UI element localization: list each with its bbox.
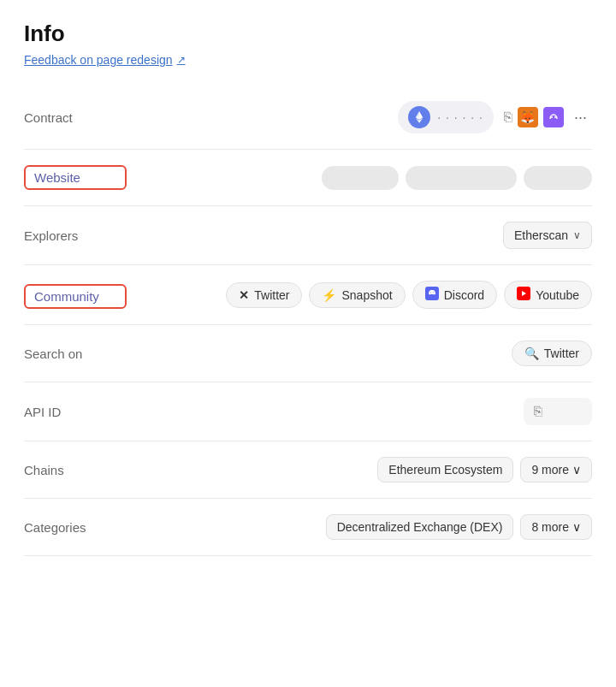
youtube-label: Youtube <box>536 288 579 302</box>
api-id-box: ⎘ <box>524 398 592 425</box>
snapshot-icon: ⚡ <box>322 288 336 302</box>
website-row: Website <box>24 150 592 206</box>
community-label: Community <box>24 284 127 309</box>
feedback-link[interactable]: Feedback on page redesign ↗ <box>24 53 186 67</box>
categories-label: Categories <box>24 520 127 535</box>
rabby-icon[interactable] <box>543 107 564 127</box>
chevron-down-icon: ∨ <box>573 229 581 241</box>
search-on-content: 🔍 Twitter <box>137 341 592 366</box>
search-on-label: Search on <box>24 346 127 361</box>
chains-row: Chains Ethereum Ecosystem 9 more ∨ <box>24 441 592 499</box>
api-id-content: ⎘ <box>137 398 592 425</box>
api-id-row: API ID ⎘ <box>24 382 592 441</box>
contract-label: Contract <box>24 110 127 125</box>
chevron-down-icon: ∨ <box>572 520 581 534</box>
contract-address: · · · · · · <box>437 110 483 124</box>
categories-content: Decentralized Exchange (DEX) 8 more ∨ <box>137 514 592 540</box>
search-twitter-button[interactable]: 🔍 Twitter <box>512 341 592 366</box>
categories-row: Categories Decentralized Exchange (DEX) … <box>24 499 592 556</box>
skeleton-2 <box>406 166 517 190</box>
x-icon: ✕ <box>239 288 249 302</box>
explorers-row: Explorers Etherscan ∨ <box>24 206 592 265</box>
feedback-label: Feedback on page redesign <box>24 53 173 67</box>
snapshot-label: Snapshot <box>341 288 392 302</box>
discord-icon <box>425 287 439 303</box>
svg-point-1 <box>551 116 553 118</box>
twitter-button[interactable]: ✕ Twitter <box>226 282 302 308</box>
youtube-button[interactable]: Youtube <box>504 281 592 309</box>
categories-more-button[interactable]: 8 more ∨ <box>520 514 592 540</box>
explorers-content: Etherscan ∨ <box>137 222 592 249</box>
api-copy-icon[interactable]: ⎘ <box>534 404 542 419</box>
explorers-label: Explorers <box>24 228 127 243</box>
search-icon: 🔍 <box>524 346 539 360</box>
chains-more-button[interactable]: 9 more ∨ <box>520 457 592 483</box>
explorers-selected: Etherscan <box>514 228 568 242</box>
contract-pill: · · · · · · <box>398 101 494 133</box>
chevron-down-icon: ∨ <box>572 463 581 477</box>
website-skeleton <box>322 166 592 190</box>
external-link-icon: ↗ <box>177 54 186 66</box>
chains-more-label: 9 more <box>531 463 569 477</box>
svg-point-2 <box>554 116 556 118</box>
categories-more-label: 8 more <box>531 520 569 534</box>
more-wallets-button[interactable]: ··· <box>569 107 592 128</box>
website-content <box>137 166 592 190</box>
api-id-label: API ID <box>24 405 127 419</box>
discord-label: Discord <box>444 288 484 302</box>
snapshot-button[interactable]: ⚡ Snapshot <box>309 282 405 308</box>
chains-label: Chains <box>24 463 127 477</box>
chains-content: Ethereum Ecosystem 9 more ∨ <box>137 457 592 483</box>
skeleton-3 <box>524 166 592 190</box>
community-row: Community ✕ Twitter ⚡ Snapshot Discord <box>24 265 592 325</box>
page-title: Info <box>24 21 592 47</box>
explorers-dropdown[interactable]: Etherscan ∨ <box>503 222 592 249</box>
ethereum-icon <box>408 106 430 128</box>
svg-point-0 <box>547 110 560 124</box>
youtube-icon <box>517 287 530 303</box>
categories-primary-tag: Decentralized Exchange (DEX) <box>326 514 514 540</box>
twitter-label: Twitter <box>254 288 289 302</box>
contract-row: Contract · · · · · · ⎘ 🦊 <box>24 86 592 150</box>
chains-primary-tag: Ethereum Ecosystem <box>377 457 513 483</box>
search-twitter-label: Twitter <box>544 346 579 360</box>
contract-content: · · · · · · ⎘ 🦊 ··· <box>137 101 592 133</box>
skeleton-1 <box>322 166 399 190</box>
copy-icon[interactable]: ⎘ <box>504 110 512 125</box>
community-buttons: ✕ Twitter ⚡ Snapshot Discord You <box>137 281 592 309</box>
metamask-icon[interactable]: 🦊 <box>518 107 538 127</box>
discord-button[interactable]: Discord <box>412 281 497 309</box>
wallet-icons: ⎘ 🦊 ··· <box>504 107 592 128</box>
search-on-row: Search on 🔍 Twitter <box>24 325 592 382</box>
website-label: Website <box>24 165 127 190</box>
